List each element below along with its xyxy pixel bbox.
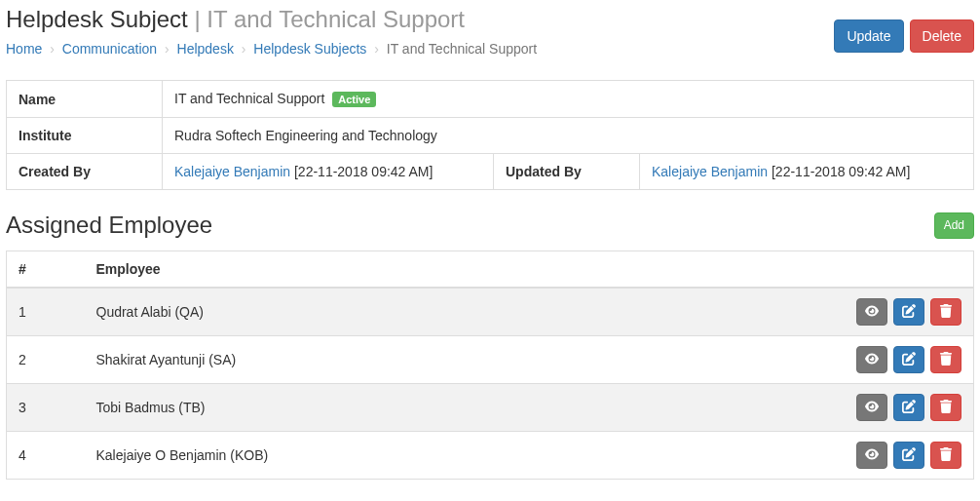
edit-button[interactable]: [893, 394, 924, 421]
breadcrumb-current: IT and Technical Support: [387, 41, 537, 57]
delete-row-button[interactable]: [930, 394, 961, 421]
delete-row-button[interactable]: [930, 298, 961, 326]
row-index: 4: [7, 432, 85, 480]
view-button[interactable]: [856, 298, 887, 326]
edit-button[interactable]: [893, 298, 924, 326]
trash-icon: [939, 400, 953, 416]
title-prefix: Helpdesk Subject: [6, 6, 188, 32]
table-row: 4 Kalejaiye O Benjamin (KOB): [7, 432, 974, 480]
employee-table: # Employee 1 Qudrat Alabi (QA): [6, 250, 974, 480]
breadcrumb-helpdesk[interactable]: Helpdesk: [177, 41, 234, 57]
title-divider: |: [188, 6, 207, 32]
breadcrumb: Home › Communication › Helpdesk › Helpde…: [6, 37, 834, 64]
name-value-cell: IT and Technical Support Active: [163, 81, 974, 118]
table-row: 3 Tobi Badmus (TB): [7, 384, 974, 432]
title-name: IT and Technical Support: [207, 6, 465, 32]
edit-icon: [902, 352, 916, 368]
delete-row-button[interactable]: [930, 346, 961, 373]
breadcrumb-sep: ›: [370, 41, 383, 57]
row-index: 2: [7, 336, 85, 384]
created-by-label: Created By: [7, 154, 163, 190]
table-row: 1 Qudrat Alabi (QA): [7, 288, 974, 336]
row-employee: Tobi Badmus (TB): [85, 384, 721, 432]
name-value: IT and Technical Support: [174, 91, 324, 106]
row-index: 1: [7, 288, 85, 336]
delete-row-button[interactable]: [930, 442, 961, 469]
view-button[interactable]: [856, 394, 887, 421]
breadcrumb-helpdesk-subjects[interactable]: Helpdesk Subjects: [253, 41, 366, 57]
trash-icon: [939, 304, 953, 321]
created-by-cell: Kalejaiye Benjamin [22-11-2018 09:42 AM]: [163, 154, 494, 190]
institute-value: Rudra Softech Engineering and Technology: [163, 118, 974, 154]
created-by-user[interactable]: Kalejaiye Benjamin: [174, 164, 290, 179]
edit-button[interactable]: [893, 442, 924, 469]
updated-by-ts: [22-11-2018 09:42 AM]: [768, 164, 910, 179]
row-index: 3: [7, 384, 85, 432]
eye-icon: [865, 400, 879, 416]
row-employee: Qudrat Alabi (QA): [85, 288, 721, 336]
assigned-heading: Assigned Employee: [6, 212, 212, 239]
updated-by-user[interactable]: Kalejaiye Benjamin: [652, 164, 768, 179]
edit-icon: [902, 447, 916, 464]
table-row: 2 Shakirat Ayantunji (SA): [7, 336, 974, 384]
delete-button[interactable]: Delete: [910, 19, 974, 53]
updated-by-cell: Kalejaiye Benjamin [22-11-2018 09:42 AM]: [640, 154, 974, 190]
add-button[interactable]: Add: [934, 212, 974, 239]
breadcrumb-home[interactable]: Home: [6, 41, 42, 57]
col-employee: Employee: [85, 251, 721, 289]
breadcrumb-sep: ›: [238, 41, 250, 57]
updated-by-label: Updated By: [494, 154, 640, 190]
trash-icon: [939, 352, 953, 368]
name-label: Name: [7, 81, 163, 118]
breadcrumb-sep: ›: [161, 41, 173, 57]
page-title: Helpdesk Subject | IT and Technical Supp…: [6, 6, 834, 33]
details-table: Name IT and Technical Support Active Ins…: [6, 80, 974, 190]
edit-icon: [902, 400, 916, 416]
view-button[interactable]: [856, 442, 887, 469]
eye-icon: [865, 447, 879, 464]
breadcrumb-sep: ›: [46, 41, 58, 57]
breadcrumb-communication[interactable]: Communication: [62, 41, 157, 57]
status-badge: Active: [332, 92, 376, 107]
eye-icon: [865, 352, 879, 368]
eye-icon: [865, 304, 879, 321]
row-employee: Kalejaiye O Benjamin (KOB): [85, 432, 721, 480]
edit-button[interactable]: [893, 346, 924, 373]
created-by-ts: [22-11-2018 09:42 AM]: [290, 164, 433, 179]
edit-icon: [902, 304, 916, 321]
row-employee: Shakirat Ayantunji (SA): [85, 336, 721, 384]
view-button[interactable]: [856, 346, 887, 373]
update-button[interactable]: Update: [834, 19, 903, 53]
trash-icon: [939, 447, 953, 464]
col-index: #: [7, 251, 85, 289]
col-actions: [721, 251, 974, 289]
institute-label: Institute: [7, 118, 163, 154]
